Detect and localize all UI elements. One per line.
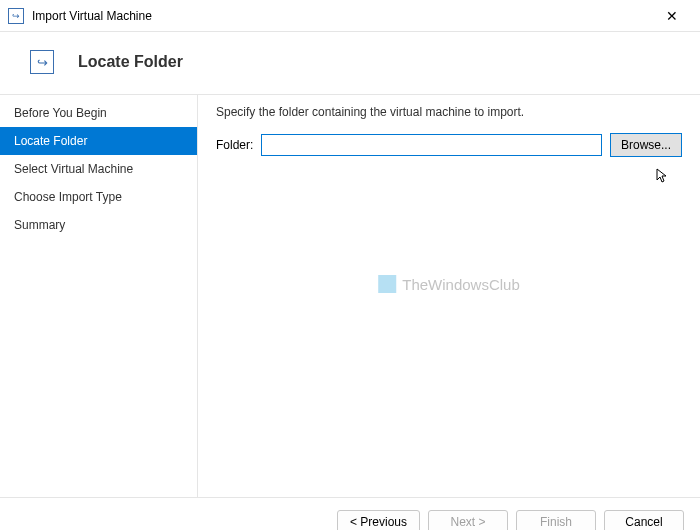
close-button[interactable]: ✕ <box>652 1 692 31</box>
import-icon: ↪ <box>30 50 54 74</box>
app-icon: ↪ <box>8 8 24 24</box>
wizard-header: ↪ Locate Folder <box>0 32 700 94</box>
cancel-button[interactable]: Cancel <box>604 510 684 531</box>
watermark-text: TheWindowsClub <box>402 276 520 293</box>
folder-input[interactable] <box>261 134 602 156</box>
step-select-virtual-machine[interactable]: Select Virtual Machine <box>0 155 197 183</box>
instruction-text: Specify the folder containing the virtua… <box>216 105 682 119</box>
folder-row: Folder: Browse... <box>216 133 682 157</box>
watermark-icon <box>378 275 396 293</box>
wizard-footer: < Previous Next > Finish Cancel <box>0 497 700 530</box>
wizard-steps-sidebar: Before You Begin Locate Folder Select Vi… <box>0 95 198 497</box>
wizard-content: Specify the folder containing the virtua… <box>198 95 700 497</box>
titlebar: ↪ Import Virtual Machine ✕ <box>0 0 700 32</box>
browse-button[interactable]: Browse... <box>610 133 682 157</box>
step-locate-folder[interactable]: Locate Folder <box>0 127 197 155</box>
finish-button: Finish <box>516 510 596 531</box>
next-button: Next > <box>428 510 508 531</box>
window-title: Import Virtual Machine <box>32 9 652 23</box>
step-summary[interactable]: Summary <box>0 211 197 239</box>
previous-button[interactable]: < Previous <box>337 510 420 531</box>
page-title: Locate Folder <box>78 53 183 71</box>
wizard-body: Before You Begin Locate Folder Select Vi… <box>0 94 700 497</box>
folder-label: Folder: <box>216 138 253 152</box>
watermark: TheWindowsClub <box>378 275 520 293</box>
step-before-you-begin[interactable]: Before You Begin <box>0 99 197 127</box>
step-choose-import-type[interactable]: Choose Import Type <box>0 183 197 211</box>
